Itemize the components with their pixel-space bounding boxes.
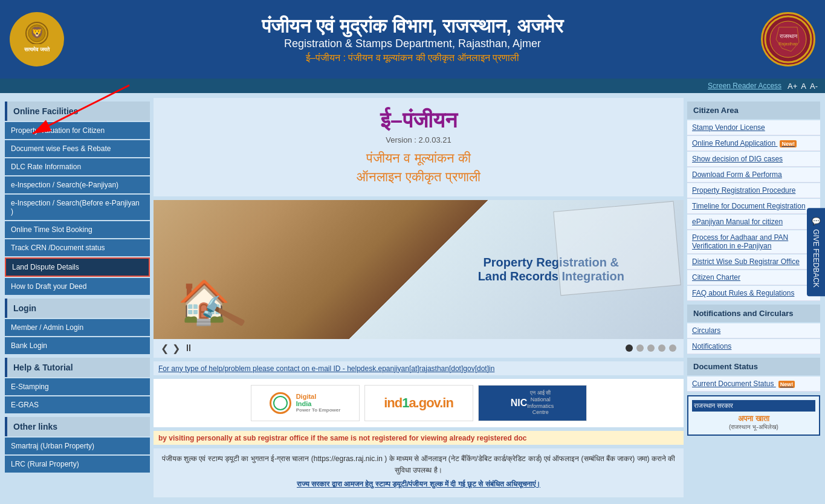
svg-point-6 [770, 21, 806, 57]
citizen-area-title: Citizen Area [687, 102, 820, 119]
header: 🦁 सत्यमेव जयते पंजीयन एवं मुद्रांक विभाग… [0, 0, 825, 79]
notifications-title: Notifications and Circulars [687, 305, 820, 322]
apna-khata-title: अपना खाता [692, 414, 815, 424]
feedback-label: GIVE FEEDBACK [812, 229, 820, 288]
feedback-button[interactable]: 💬 GIVE FEEDBACK [807, 208, 825, 296]
header-left: 🦁 सत्यमेव जयते [10, 12, 64, 66]
banner-subtitle: पंजीयन व मूल्यांकन की ऑनलाइन एकीकृत प्रण… [163, 149, 674, 187]
center-content: ई–पंजीयन Version : 2.0.03.21 पंजीयन व मू… [154, 98, 684, 497]
help-tutorial-title: Help & Tutorial [5, 358, 150, 377]
font-large-btn[interactable]: A+ [788, 82, 797, 91]
svg-text:राजस्थान: राजस्थान [779, 33, 798, 39]
india-gov-logo: ind1a.gov.in [364, 385, 473, 421]
header-right: राजस्थान Rajasthan [761, 12, 815, 66]
right-link-circulars[interactable]: Circulars [687, 323, 820, 338]
right-link-epanjiyan-manual[interactable]: ePanjiyan Manual for citizen [687, 215, 820, 230]
sidebar-item-lrc[interactable]: LRC (Rural Property) [5, 456, 150, 473]
slideshow-prev-btn[interactable]: ❮ [161, 343, 169, 354]
sidebar-item-member-login[interactable]: Member / Admin Login [5, 319, 150, 336]
sidebar-item-bank-login[interactable]: Bank Login [5, 337, 150, 354]
dot-1[interactable] [626, 344, 633, 352]
sidebar-item-estamping[interactable]: E-Stamping [5, 378, 150, 395]
info-text: पंजीयक शुल्क एवं स्टाम्प ड्यूटी का भुगता… [154, 448, 684, 498]
info-para1: पंजीयक शुल्क एवं स्टाम्प ड्यूटी का भुगता… [158, 453, 679, 476]
right-link-prop-registration[interactable]: Property Registration Procedure [687, 183, 820, 198]
sidebar-item-track-crn[interactable]: Track CRN /Document status [5, 239, 150, 256]
svg-text:🦁: 🦁 [30, 26, 44, 39]
new-badge-doc-status: New! [778, 381, 795, 388]
help-email-link[interactable]: For any type of help/problem please cont… [158, 364, 494, 373]
header-title-hindi: पंजीयन एवं मुद्रांक विभाग, राजस्थान, अजम… [76, 15, 749, 37]
sidebar-item-einspection-before[interactable]: e-Inspection / Search(Before e-Panjiyan … [5, 195, 150, 220]
right-link-citizen-charter[interactable]: Citizen Charter [687, 270, 820, 285]
banner-title-hindi: ई–पंजीयन [163, 108, 674, 133]
header-title-english: Registration & Stamps Department, Rajast… [76, 37, 749, 50]
right-link-online-refund[interactable]: Online Refund Application New! [687, 136, 820, 151]
dot-3[interactable] [647, 344, 655, 352]
sidebar-item-doc-fees[interactable]: Document wise Fees & Rebate [5, 140, 150, 157]
banner-subtitle-line2: ऑनलाइन एकीकृत प्रणाली [357, 169, 480, 184]
login-title: Login [5, 299, 150, 318]
partner-logos: Digital India Power To Empower ind1a.gov… [154, 379, 684, 427]
header-subtitle: ई–पंजीयन : पंजीयन व मूल्यांकन की एकीकृत … [76, 53, 749, 63]
right-sidebar: Citizen Area Stamp Vendor License Online… [687, 98, 820, 497]
right-link-stamp-vendor[interactable]: Stamp Vendor License [687, 120, 820, 135]
right-link-faq[interactable]: FAQ about Rules & Regulations [687, 286, 820, 301]
sidebar-item-smartraj[interactable]: Smartraj (Urban Property) [5, 438, 150, 454]
nic-logo: NIC एन आई सीNationalInformaticsCentre [478, 385, 587, 421]
right-link-district-wise[interactable]: District Wise Sub Registrar Office [687, 254, 820, 270]
slideshow-controls: ❮ ❯ ⏸ [154, 339, 684, 358]
slideshow-container: 🏠 🔨 Property Registration & Land Records… [154, 200, 684, 358]
apna-khata-subtitle: (राजस्थान भू-अभिलेख) [692, 424, 815, 431]
sidebar-item-einspection-epanjiyan[interactable]: e-Inspection / Search(e-Panjiyan) [5, 176, 150, 193]
screen-reader-link[interactable]: Screen Reader Access [708, 82, 781, 90]
svg-text:सत्यमेव जयते: सत्यमेव जयते [24, 46, 50, 53]
digital-india-logo: Digital India Power To Empower [251, 385, 360, 421]
sidebar-item-land-dispute[interactable]: Land Dispute Details [5, 257, 150, 277]
help-text: For any type of help/problem please cont… [154, 361, 684, 375]
font-normal-btn[interactable]: A [801, 82, 806, 91]
apna-khata-govt-label: राजस्थान सरकार [692, 400, 815, 412]
sidebar-item-draft-deed[interactable]: How to Draft your Deed [5, 278, 150, 295]
banner-version: Version : 2.0.03.21 [163, 135, 674, 144]
banner-area: ई–पंजीयन Version : 2.0.03.21 पंजीयन व मू… [154, 98, 684, 196]
sidebar-item-egras[interactable]: E-GRAS [5, 396, 150, 413]
slideshow-pause-btn[interactable]: ⏸ [184, 343, 193, 354]
info-para2-link[interactable]: राज्य सरकार द्वारा आमजन हेतु स्टाम्प ड्य… [158, 476, 679, 493]
right-link-notifications[interactable]: Notifications [687, 339, 820, 354]
banner-subtitle-line1: पंजीयन व मूल्यांकन की [366, 150, 470, 166]
emblem-icon: 🦁 सत्यमेव जयते [10, 12, 64, 66]
scrolling-bar: by visiting personally at sub registrar … [154, 431, 684, 445]
slideshow-nav-buttons: ❮ ❯ ⏸ [161, 343, 193, 354]
slideshow-dots [626, 344, 676, 352]
dot-5[interactable] [669, 344, 676, 352]
right-link-aadhaar-pan[interactable]: Process for Aadhaar and PAN Verification… [687, 230, 820, 254]
right-link-timeline[interactable]: Timeline for Document Registration [687, 199, 820, 214]
sidebar-item-dlc-rate[interactable]: DLC Rate Information [5, 158, 150, 175]
scrolling-text: by visiting personally at sub registrar … [158, 434, 527, 442]
sidebar-item-timeslot[interactable]: Online Time Slot Booking [5, 221, 150, 238]
svg-text:Rajasthan: Rajasthan [778, 42, 798, 47]
right-link-current-doc-status[interactable]: Current Document Status New! [687, 376, 820, 392]
digital-india-wheel-icon [270, 392, 291, 414]
left-sidebar: Online Facilities Property Valuation for… [5, 98, 150, 497]
main-layout: Online Facilities Property Valuation for… [0, 93, 825, 502]
header-center: पंजीयन एवं मुद्रांक विभाग, राजस्थान, अजम… [64, 15, 761, 63]
doc-status-title: Document Status [687, 358, 820, 375]
dot-4[interactable] [658, 344, 665, 352]
rajasthan-logo: राजस्थान Rajasthan [761, 12, 815, 66]
other-links-title: Other links [5, 417, 150, 436]
chat-icon: 💬 [812, 216, 820, 225]
sidebar-item-property-valuation[interactable]: Property Valuation for Citizen [5, 122, 150, 139]
right-link-dig-cases[interactable]: Show decision of DIG cases [687, 152, 820, 167]
slideshow-next-btn[interactable]: ❯ [172, 343, 180, 354]
accessibility-bar: Screen Reader Access A+ A A- [0, 79, 825, 93]
new-badge-refund: New! [780, 140, 797, 147]
slideshow: 🏠 🔨 Property Registration & Land Records… [154, 200, 684, 339]
font-small-btn[interactable]: A- [810, 82, 818, 91]
apna-khata-box[interactable]: राजस्थान सरकार अपना खाता (राजस्थान भू-अभ… [687, 395, 820, 436]
font-controls: A+ A A- [788, 82, 818, 91]
dot-2[interactable] [636, 344, 644, 352]
right-link-download-form[interactable]: Download Form & Performa [687, 167, 820, 183]
online-facilities-title: Online Facilities [5, 102, 150, 121]
